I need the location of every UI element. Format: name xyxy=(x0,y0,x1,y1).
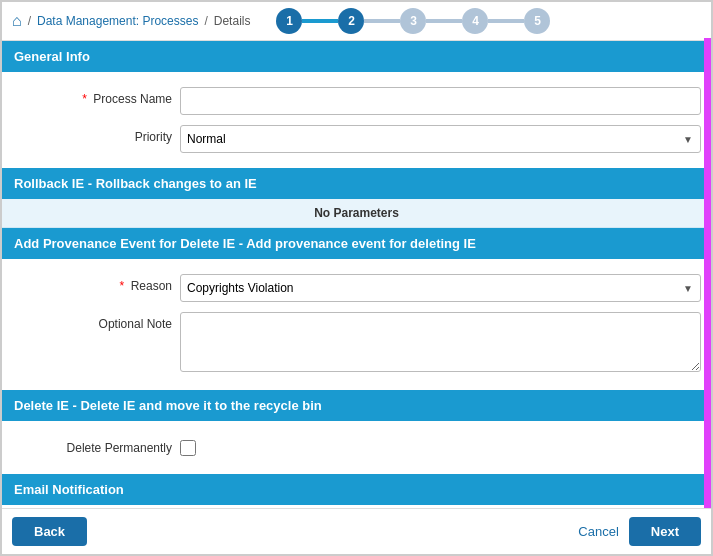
step-line-2-3 xyxy=(364,19,400,23)
optional-note-label: Optional Note xyxy=(12,312,172,331)
footer-bar: Back Cancel Next xyxy=(2,508,711,554)
priority-label: Priority xyxy=(12,125,172,144)
section-delete-ie: Delete IE - Delete IE and move it to the… xyxy=(2,390,711,421)
provenance-form: * Reason Copyrights Violation Other Opti… xyxy=(2,259,711,390)
section-email-notification: Email Notification xyxy=(2,474,711,505)
home-icon[interactable]: ⌂ xyxy=(12,12,22,30)
optional-note-textarea[interactable] xyxy=(180,312,701,372)
no-parameters-label: No Parameters xyxy=(2,199,711,228)
breadcrumb-sep-2: / xyxy=(204,14,207,28)
required-star-process: * xyxy=(82,92,87,106)
top-bar: ⌂ / Data Management: Processes / Details… xyxy=(2,2,711,41)
priority-row: Priority Normal High Low xyxy=(2,120,711,158)
reason-select-wrapper: Copyrights Violation Other xyxy=(180,274,701,302)
step-line-1-2 xyxy=(302,19,338,23)
delete-permanently-label: Delete Permanently xyxy=(12,436,172,455)
step-circle-5: 5 xyxy=(524,8,550,34)
process-name-input[interactable] xyxy=(180,87,701,115)
step-circle-1: 1 xyxy=(276,8,302,34)
delete-permanently-checkbox[interactable] xyxy=(180,440,196,456)
breadcrumb-link[interactable]: Data Management: Processes xyxy=(37,14,198,28)
priority-wrap: Normal High Low xyxy=(180,125,701,153)
reason-select[interactable]: Copyrights Violation Other xyxy=(180,274,701,302)
general-info-form: * Process Name Priority Normal High Low xyxy=(2,72,711,168)
scroll-indicator[interactable] xyxy=(704,38,711,508)
footer-right: Cancel Next xyxy=(578,517,701,546)
optional-note-row: Optional Note xyxy=(2,307,711,380)
step-1[interactable]: 1 xyxy=(276,8,302,34)
step-circle-3: 3 xyxy=(400,8,426,34)
priority-select-wrapper: Normal High Low xyxy=(180,125,701,153)
reason-label: * Reason xyxy=(12,274,172,293)
step-line-3-4 xyxy=(426,19,462,23)
reason-row: * Reason Copyrights Violation Other xyxy=(2,269,711,307)
section-rollback: Rollback IE - Rollback changes to an IE xyxy=(2,168,711,199)
breadcrumb-current: Details xyxy=(214,14,251,28)
step-line-4-5 xyxy=(488,19,524,23)
delete-ie-form: Delete Permanently xyxy=(2,421,711,474)
priority-select[interactable]: Normal High Low xyxy=(180,125,701,153)
optional-note-wrap xyxy=(180,312,701,375)
step-5[interactable]: 5 xyxy=(524,8,550,34)
step-3[interactable]: 3 xyxy=(400,8,426,34)
section-general-info: General Info xyxy=(2,41,711,72)
breadcrumb-sep-1: / xyxy=(28,14,31,28)
back-button[interactable]: Back xyxy=(12,517,87,546)
step-circle-4: 4 xyxy=(462,8,488,34)
section-provenance: Add Provenance Event for Delete IE - Add… xyxy=(2,228,711,259)
step-4[interactable]: 4 xyxy=(462,8,488,34)
cancel-button[interactable]: Cancel xyxy=(578,524,618,539)
step-circle-2: 2 xyxy=(338,8,364,34)
delete-permanently-row: Delete Permanently xyxy=(2,431,711,464)
delete-permanently-wrap xyxy=(180,436,701,459)
process-name-row: * Process Name xyxy=(2,82,711,120)
process-name-label: * Process Name xyxy=(12,87,172,106)
step-2[interactable]: 2 xyxy=(338,8,364,34)
stepper: 1 2 3 4 5 xyxy=(276,8,550,34)
main-content: General Info * Process Name Priority Nor… xyxy=(2,41,711,508)
reason-wrap: Copyrights Violation Other xyxy=(180,274,701,302)
process-name-wrap xyxy=(180,87,701,115)
required-star-reason: * xyxy=(120,279,125,293)
next-button[interactable]: Next xyxy=(629,517,701,546)
